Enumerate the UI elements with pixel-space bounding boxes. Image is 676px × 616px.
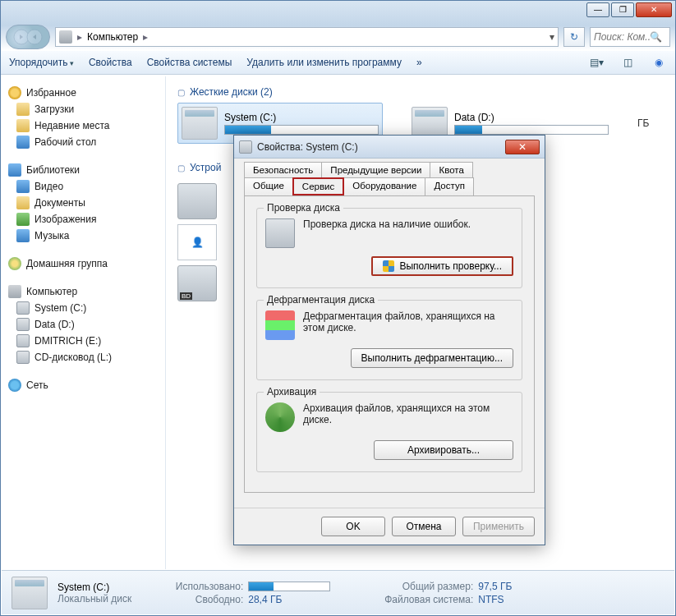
sidebar-favorites[interactable]: Избранное [5, 85, 162, 101]
sidebar-drive-e[interactable]: DMITRICH (E:) [5, 333, 162, 349]
status-fs-label: Файловая система: [379, 594, 478, 605]
toolbar-more[interactable]: » [416, 57, 422, 68]
defrag-now-button[interactable]: Выполнить дефрагментацию... [351, 348, 513, 368]
sidebar: Избранное Загрузки Недавние места Рабочи… [2, 76, 166, 569]
collapse-icon: ▢ [177, 163, 185, 172]
backup-now-button[interactable]: Архивировать... [374, 440, 513, 460]
search-input[interactable] [594, 31, 650, 43]
sidebar-documents[interactable]: Документы [5, 195, 162, 211]
star-icon [8, 86, 21, 99]
view-options-icon[interactable]: ▤▾ [588, 54, 605, 71]
apply-button[interactable]: Применить [462, 517, 535, 536]
sidebar-pictures[interactable]: Изображения [5, 211, 162, 228]
tab-tools[interactable]: Сервис [292, 177, 344, 195]
check-now-button[interactable]: Выполнить проверку... [371, 256, 513, 276]
cancel-button[interactable]: Отмена [392, 517, 456, 536]
shield-icon [383, 260, 394, 272]
fieldset-error-checking: Проверка диска Проверка диска на наличие… [256, 208, 522, 288]
drive-usage-bar [454, 125, 609, 135]
device-icon[interactable] [177, 183, 217, 219]
recent-icon [16, 119, 30, 132]
computer-icon [8, 285, 21, 298]
maximize-button[interactable]: ❐ [611, 2, 634, 17]
minimize-button[interactable]: — [586, 2, 609, 17]
close-button[interactable]: ✕ [636, 2, 672, 17]
dialog-body: Безопасность Предыдущие версии Квота Общ… [234, 159, 545, 501]
homegroup-icon [8, 257, 21, 270]
network-icon [8, 379, 21, 392]
sidebar-videos[interactable]: Видео [5, 178, 162, 195]
breadcrumb-computer[interactable]: Компьютер [84, 31, 141, 43]
dialog-title: Свойства: System (C:) [257, 141, 505, 153]
sidebar-drive-l[interactable]: CD-дисковод (L:) [5, 349, 162, 365]
fieldset-defragmentation: Дефрагментация диска Дефрагментация файл… [256, 300, 522, 380]
toolbar-organize[interactable]: Упорядочить [9, 57, 74, 68]
bd-drive-icon[interactable] [177, 265, 217, 301]
navbar: ▸ Компьютер ▸ ▾ ↻ 🔍 [1, 24, 675, 50]
pictures-icon [16, 213, 30, 226]
dialog-titlebar[interactable]: Свойства: System (C:) ✕ [234, 136, 545, 159]
tab-strip: Безопасность Предыдущие версии Квота Общ… [244, 162, 535, 195]
legend-backup: Архивация [264, 386, 320, 398]
status-drive-type: Локальный диск [57, 593, 131, 605]
toolbar-uninstall[interactable]: Удалить или изменить программу [246, 57, 402, 68]
ok-button[interactable]: OK [321, 517, 385, 536]
person-icon: 👤 [191, 237, 204, 248]
tab-quota[interactable]: Квота [430, 162, 472, 177]
drive-usage-bar [224, 125, 379, 135]
section-hard-drives[interactable]: ▢Жесткие диски (2) [177, 83, 663, 103]
tab-sharing[interactable]: Доступ [425, 177, 473, 195]
drive-icon [16, 301, 30, 315]
computer-icon [59, 30, 72, 44]
video-icon [16, 180, 30, 193]
nav-back-forward[interactable] [6, 25, 50, 49]
sidebar-group-libraries: Библиотеки Видео Документы Изображения М… [5, 162, 162, 244]
sidebar-homegroup[interactable]: Домашняя группа [5, 255, 162, 272]
search-icon: 🔍 [650, 31, 662, 43]
sidebar-libraries[interactable]: Библиотеки [5, 162, 162, 178]
folder-icon [16, 103, 30, 116]
address-bar[interactable]: ▸ Компьютер ▸ ▾ [55, 27, 559, 47]
explorer-window: — ❐ ✕ ▸ Компьютер ▸ ▾ ↻ 🔍 Упорядочить Св… [0, 0, 676, 616]
status-total-label: Общий размер: [379, 581, 478, 592]
status-fs-value: NTFS [478, 594, 651, 605]
sidebar-downloads[interactable]: Загрузки [5, 101, 162, 117]
sidebar-network[interactable]: Сеть [5, 377, 162, 393]
refresh-button[interactable]: ↻ [563, 27, 585, 47]
sidebar-music[interactable]: Музыка [5, 228, 162, 244]
tab-hardware[interactable]: Оборудование [343, 177, 425, 195]
sidebar-recent[interactable]: Недавние места [5, 117, 162, 134]
address-dropdown-icon[interactable]: ▾ [550, 31, 554, 43]
status-drive-name: System (C:) [57, 582, 131, 593]
sidebar-group-favorites: Избранное Загрузки Недавние места Рабочи… [5, 85, 162, 150]
status-used-label: Использовано: [141, 581, 248, 592]
help-icon[interactable]: ◉ [651, 54, 667, 71]
status-total-value: 97,5 ГБ [478, 581, 651, 592]
tab-general[interactable]: Общие [244, 177, 293, 195]
sidebar-drive-d[interactable]: Data (D:) [5, 316, 162, 333]
tab-security[interactable]: Безопасность [244, 162, 322, 177]
preview-pane-icon[interactable]: ◫ [619, 54, 636, 71]
sidebar-drive-c[interactable]: System (C:) [5, 300, 162, 316]
dialog-close-button[interactable]: ✕ [505, 140, 540, 154]
disk-check-text: Проверка диска на наличие ошибок. [303, 218, 513, 230]
drive-label: System (C:) [224, 112, 379, 123]
documents-icon [16, 196, 30, 209]
drive-icon [239, 140, 252, 154]
device-thumb[interactable]: 👤 [177, 224, 217, 260]
collapse-icon: ▢ [177, 88, 185, 97]
drive-icon [182, 107, 218, 140]
backup-text: Архивация файлов, хранящихся на этом дис… [303, 402, 513, 425]
search-box[interactable]: 🔍 [590, 27, 670, 47]
status-used-bar [248, 582, 330, 591]
tab-previous-versions[interactable]: Предыдущие версии [321, 162, 430, 177]
breadcrumb-arrow: ▸ [76, 31, 84, 43]
properties-dialog: Свойства: System (C:) ✕ Безопасность Пре… [233, 135, 545, 545]
sidebar-desktop[interactable]: Рабочий стол [5, 134, 162, 150]
music-icon [16, 229, 30, 242]
toolbar-properties[interactable]: Свойства [89, 57, 132, 68]
sidebar-group-network: Сеть [5, 377, 162, 393]
close-icon: ✕ [518, 141, 527, 153]
toolbar-system-properties[interactable]: Свойства системы [147, 57, 232, 68]
sidebar-computer[interactable]: Компьютер [5, 283, 162, 300]
